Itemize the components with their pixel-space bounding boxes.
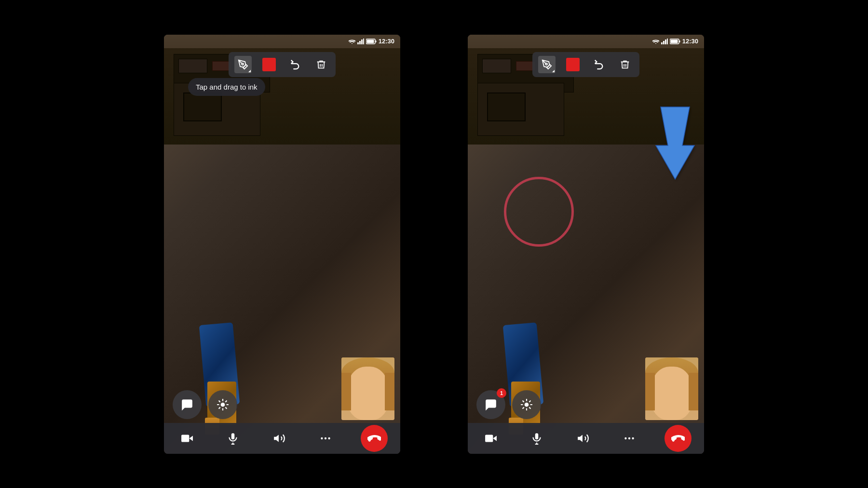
svg-point-28: [525, 403, 529, 406]
bottom-toolbar-left: [164, 423, 400, 454]
svg-rect-21: [663, 41, 665, 44]
battery-icon-left: [366, 39, 377, 44]
color-picker-btn-left[interactable]: [260, 56, 278, 73]
action-buttons-right: 1: [476, 390, 541, 419]
svg-marker-9: [189, 435, 193, 441]
svg-point-16: [324, 437, 326, 439]
hair-side-right-r: [689, 373, 698, 410]
color-picker-btn-right[interactable]: [564, 56, 582, 73]
video-icon-right: [485, 432, 497, 445]
svg-point-27: [545, 63, 547, 65]
ar-btn-right[interactable]: [512, 390, 541, 419]
svg-point-37: [632, 437, 634, 439]
svg-point-7: [242, 63, 244, 65]
chat-btn-right[interactable]: 1: [476, 390, 505, 419]
self-view-thumbnail-left: [341, 357, 394, 420]
svg-marker-34: [578, 435, 583, 442]
svg-point-15: [321, 437, 323, 439]
svg-rect-3: [363, 39, 364, 44]
tooltip-left: Tap and drag to ink: [188, 78, 265, 96]
wifi-icon-right: [652, 39, 659, 44]
svg-rect-10: [181, 435, 189, 442]
undo-btn-left[interactable]: [286, 56, 304, 73]
chat-btn-left[interactable]: [173, 390, 202, 419]
bg-panel-detail-r1: [482, 59, 511, 73]
time-left: 12:30: [379, 38, 394, 45]
svg-rect-30: [485, 435, 493, 442]
bg-slot-right: [487, 92, 526, 121]
ar-icon-left: [217, 398, 229, 411]
more-btn-left[interactable]: [315, 428, 336, 449]
red-color-swatch-left: [262, 58, 276, 71]
face-left: [347, 367, 389, 420]
svg-marker-14: [274, 435, 279, 442]
svg-marker-29: [493, 435, 497, 441]
pen-tool-btn-right[interactable]: [538, 56, 556, 73]
ar-icon-right: [520, 398, 533, 411]
svg-rect-5: [375, 40, 376, 42]
svg-point-8: [221, 403, 225, 406]
undo-btn-right[interactable]: [590, 56, 608, 73]
status-bar-left: 12:30: [164, 35, 400, 48]
status-icons-right: 12:30: [652, 38, 698, 45]
chat-icon-right: [485, 398, 497, 411]
hair-side-left-r: [645, 373, 655, 410]
svg-rect-22: [665, 40, 666, 44]
delete-btn-right[interactable]: [616, 56, 634, 73]
svg-rect-26: [670, 40, 678, 43]
bg-slot: [183, 92, 222, 121]
annotation-circle-right: [504, 177, 574, 247]
svg-point-36: [628, 437, 630, 439]
pen-active-indicator-right: [552, 70, 555, 72]
mic-btn-left[interactable]: [222, 428, 244, 449]
chat-icon-left: [181, 398, 193, 411]
pen-icon-left: [238, 59, 248, 70]
more-icon-left: [319, 432, 332, 445]
svg-rect-6: [366, 40, 374, 43]
toolbar-left: [229, 52, 336, 77]
time-right: 12:30: [682, 38, 698, 45]
annotation-arrow-right: [637, 102, 699, 189]
speaker-btn-left[interactable]: [269, 428, 290, 449]
video-btn-right[interactable]: [480, 428, 502, 449]
speaker-btn-right[interactable]: [572, 428, 594, 449]
wifi-icon-left: [349, 39, 355, 44]
video-btn-left[interactable]: [176, 428, 198, 449]
mic-btn-right[interactable]: [526, 428, 547, 449]
pen-tool-btn-left[interactable]: [234, 56, 252, 73]
signal-icon-right: [661, 39, 668, 44]
trash-icon-right: [620, 59, 630, 70]
svg-rect-23: [667, 39, 668, 44]
hair-side-left: [341, 373, 351, 410]
svg-point-17: [328, 437, 330, 439]
red-color-swatch-right: [566, 58, 580, 71]
main-container: 12:30: [0, 0, 868, 488]
chat-badge-right: 1: [497, 388, 506, 398]
svg-rect-31: [535, 433, 539, 439]
more-btn-right[interactable]: [619, 428, 640, 449]
pen-active-indicator: [248, 70, 251, 72]
delete-btn-left[interactable]: [312, 56, 330, 73]
mic-icon-right: [530, 432, 543, 445]
pen-icon-right: [542, 59, 552, 70]
svg-rect-0: [357, 42, 359, 44]
mic-icon-left: [227, 432, 239, 445]
svg-rect-20: [661, 42, 663, 44]
ar-btn-left[interactable]: [208, 390, 237, 419]
end-call-icon-right: [671, 432, 685, 445]
tooltip-text-left: Tap and drag to ink: [196, 83, 258, 91]
svg-rect-2: [361, 40, 363, 44]
status-icons-left: 12:30: [349, 38, 394, 45]
end-call-btn-right[interactable]: [665, 425, 692, 452]
speaker-icon-right: [577, 432, 589, 445]
svg-point-35: [624, 437, 626, 439]
end-call-btn-left[interactable]: [361, 425, 388, 452]
bg-panel-detail-1: [178, 59, 207, 73]
svg-rect-1: [359, 41, 361, 44]
video-icon-left: [181, 432, 193, 445]
end-call-icon-left: [367, 432, 381, 445]
svg-rect-25: [679, 40, 680, 42]
right-phone-screen: 12:30: [468, 35, 704, 454]
hair-side-right-left: [385, 373, 394, 410]
more-icon-right: [623, 432, 636, 445]
